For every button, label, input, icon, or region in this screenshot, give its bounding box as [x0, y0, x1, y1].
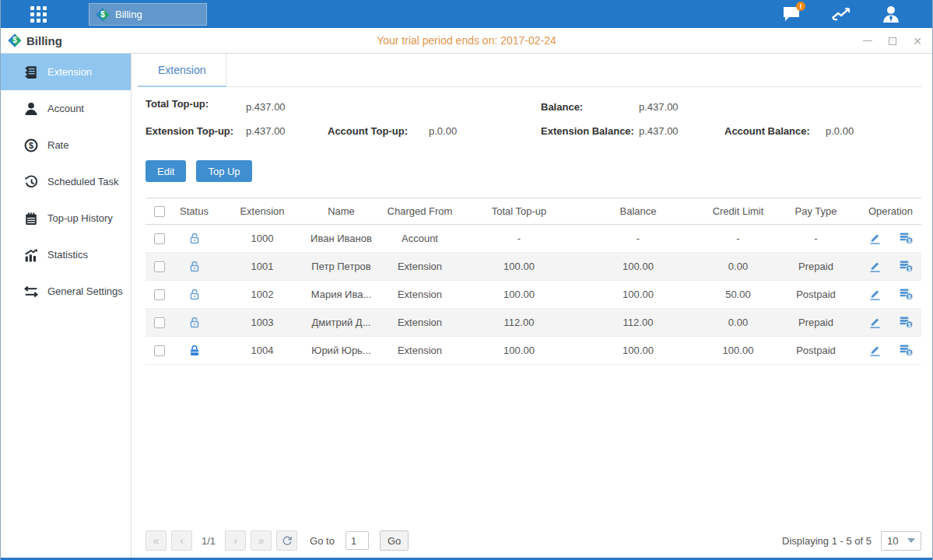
svg-text:$: $	[907, 294, 910, 300]
cell-extension: 1004	[216, 337, 309, 365]
bar-chart-arrow-icon	[24, 248, 38, 262]
table-row: 1003 Дмитрий Д... Extension 112.00 112.0…	[146, 309, 921, 337]
svg-text:$: $	[907, 266, 910, 272]
displaying-summary: Displaying 1 - 5 of 5	[782, 535, 872, 547]
page-size-select[interactable]: 10	[881, 531, 921, 551]
cell-credit-limit: -	[704, 225, 772, 253]
first-page-button[interactable]: «	[146, 530, 167, 551]
extension-topup-value: p.437.00	[246, 125, 286, 137]
extension-balance-label: Extension Balance:	[541, 125, 634, 137]
tab-extension[interactable]: Extension	[138, 54, 226, 87]
col-credit-limit: Credit Limit	[704, 198, 772, 225]
top-up-row-icon[interactable]: $	[899, 344, 914, 357]
cell-name: Иван Иванов	[309, 225, 374, 253]
pagination-bar: « ‹ 1/1 › » Go to Go Di	[146, 530, 921, 551]
sidebar-item-general-settings[interactable]: General Settings	[1, 273, 131, 310]
prev-page-button[interactable]: ‹	[171, 530, 192, 551]
col-pay-type: Pay Type	[772, 198, 860, 225]
dollar-circle-icon: $	[24, 138, 38, 152]
balance-value: p.437.00	[639, 101, 679, 113]
col-balance: Balance	[572, 198, 704, 225]
select-all-checkbox[interactable]	[154, 206, 165, 217]
cell-pay-type: Postpaid	[772, 337, 860, 365]
cell-charged-from: Extension	[374, 337, 466, 365]
sidebar-item-label: Scheduled Task	[47, 176, 119, 187]
top-up-row-icon[interactable]: $	[899, 232, 914, 245]
col-operation: Operation	[860, 198, 921, 225]
cell-total-topup: 100.00	[466, 281, 572, 309]
billing-dollar-diamond-icon: $	[96, 8, 110, 22]
sidebar-item-topup-history[interactable]: Top-up History	[1, 200, 131, 236]
taskbar-item-label: Billing	[115, 9, 142, 20]
sidebar-item-extension[interactable]: Extension	[1, 54, 131, 90]
notification-badge: !	[796, 2, 805, 11]
account-balance-value: p.0.00	[826, 125, 854, 137]
minimize-button[interactable]	[862, 36, 873, 47]
trial-period-message: Your trial period ends on: 2017-02-24	[1, 34, 932, 47]
statistics-chart-icon[interactable]	[831, 4, 851, 24]
ledger-icon	[24, 65, 38, 79]
next-page-button[interactable]: ›	[225, 530, 246, 551]
sidebar-item-rate[interactable]: $ Rate	[1, 127, 131, 163]
user-account-icon[interactable]	[881, 4, 901, 24]
top-up-row-icon[interactable]: $	[899, 316, 914, 329]
edit-row-icon[interactable]	[868, 316, 882, 329]
sidebar: Extension Account $ Rate	[1, 54, 132, 558]
top-up-row-icon[interactable]: $	[899, 260, 914, 273]
edit-row-icon[interactable]	[868, 260, 882, 273]
calendar-icon	[24, 212, 38, 226]
last-page-button[interactable]: »	[251, 530, 272, 551]
sidebar-item-label: Statistics	[47, 249, 88, 261]
history-clock-icon	[24, 175, 38, 189]
row-checkbox[interactable]	[154, 233, 165, 244]
cell-name: Дмитрий Д...	[309, 309, 374, 337]
extension-balance-value: p.437.00	[639, 125, 679, 137]
row-checkbox[interactable]	[154, 261, 165, 272]
cell-balance: 112.00	[572, 309, 704, 337]
edit-row-icon[interactable]	[868, 232, 882, 245]
table-row: 1000 Иван Иванов Account - - - -	[146, 225, 921, 253]
row-checkbox[interactable]	[154, 345, 165, 356]
edit-row-icon[interactable]	[868, 288, 882, 301]
refresh-icon[interactable]	[276, 530, 297, 551]
sidebar-item-label: Account	[47, 103, 84, 114]
cell-total-topup: 112.00	[466, 309, 572, 337]
extensions-table: Status Extension Name Charged From Total…	[146, 198, 921, 365]
cell-name: Петр Петров	[309, 253, 374, 281]
messages-icon[interactable]: !	[781, 4, 801, 24]
cell-charged-from: Extension	[374, 281, 466, 309]
account-balance-label: Account Balance:	[724, 125, 810, 137]
app-launcher-grid-icon[interactable]	[30, 6, 47, 23]
top-up-button[interactable]: Top Up	[196, 160, 251, 182]
unlocked-status-icon	[188, 233, 201, 245]
go-button[interactable]: Go	[380, 530, 409, 551]
cell-extension: 1000	[216, 225, 309, 253]
top-up-row-icon[interactable]: $	[899, 288, 914, 301]
goto-page-input[interactable]	[345, 531, 369, 550]
edit-button[interactable]: Edit	[146, 160, 186, 182]
cell-balance: 100.00	[572, 253, 704, 281]
billing-dollar-diamond-icon: $	[8, 33, 22, 47]
cell-pay-type: Postpaid	[772, 281, 860, 309]
sidebar-item-statistics[interactable]: Statistics	[1, 236, 131, 273]
top-bar: $ Billing !	[1, 0, 932, 28]
taskbar-item-billing[interactable]: $ Billing	[89, 3, 207, 26]
cell-charged-from: Account	[374, 225, 466, 253]
chevron-down-icon	[907, 538, 915, 543]
sidebar-item-account[interactable]: Account	[1, 90, 131, 127]
edit-row-icon[interactable]	[868, 344, 882, 357]
total-topup-value: p.437.00	[246, 101, 286, 113]
account-topup-value: p.0.00	[429, 125, 457, 137]
table-row: 1002 Мария Ива... Extension 100.00 100.0…	[146, 281, 921, 309]
balance-summary: Total Top-up: p.437.00 Balance: p.437.00…	[146, 98, 921, 148]
sidebar-item-scheduled-task[interactable]: Scheduled Task	[1, 163, 131, 200]
cell-balance: -	[572, 225, 704, 253]
close-button[interactable]: ✕	[912, 36, 923, 47]
maximize-button[interactable]	[887, 36, 898, 47]
row-checkbox[interactable]	[154, 289, 165, 300]
row-checkbox[interactable]	[154, 317, 165, 328]
cell-name: Мария Ива...	[309, 281, 374, 309]
extension-topup-label: Extension Top-up:	[146, 125, 233, 137]
account-topup-label: Account Top-up:	[328, 125, 408, 137]
col-name: Name	[309, 198, 374, 225]
